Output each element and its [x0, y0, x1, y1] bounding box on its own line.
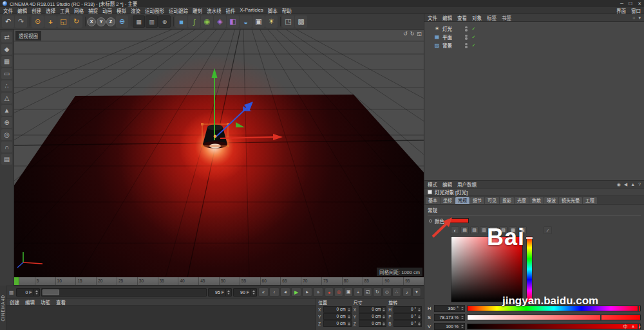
am-menu-item[interactable]: 用户数据 [457, 181, 477, 188]
coordinate-system-icon[interactable]: ⊕ [116, 15, 128, 28]
attribute-tab[interactable]: 常规 [455, 197, 469, 204]
system-tray[interactable]: 中 ∧ ♪ [623, 323, 642, 329]
menubar-item[interactable]: 界面 [616, 7, 626, 14]
enabled-check-icon[interactable]: ✓ [472, 35, 476, 40]
enabled-check-icon[interactable]: ✓ [472, 26, 476, 32]
add-environment-icon[interactable]: ◒ [240, 15, 252, 28]
y-axis-lock-button[interactable]: Y [97, 17, 106, 26]
add-deformer-icon[interactable]: ◧ [227, 15, 239, 28]
attribute-tab[interactable]: 噪波 [544, 197, 558, 204]
coordinate-input[interactable]: 0 cm [323, 306, 352, 313]
object-row-light[interactable]: ☀ 灯光 ✓ [424, 24, 644, 33]
texture-mode-icon[interactable]: ▦ [1, 56, 12, 67]
coordinate-input[interactable]: 0 cm [323, 313, 352, 320]
attribute-tab[interactable]: 光度 [515, 197, 529, 204]
visibility-dots[interactable] [465, 35, 468, 40]
model-mode-icon[interactable]: ◆ [1, 44, 12, 55]
coordinate-input[interactable]: 0 cm [359, 306, 387, 313]
gizmo-center[interactable] [214, 135, 217, 138]
menubar-item[interactable]: 创建 [32, 7, 41, 14]
saturation-value-field[interactable]: 78.173 % [434, 314, 465, 321]
om-menu-item[interactable]: 编辑 [442, 14, 452, 21]
menubar-item[interactable]: 帮助 [282, 7, 292, 14]
play-button[interactable]: ▶ [291, 288, 301, 297]
attribute-tab[interactable]: 细节 [470, 197, 484, 204]
visibility-dots[interactable] [465, 26, 468, 32]
timeline-playhead[interactable] [14, 277, 19, 285]
om-filter-icon[interactable]: ▾ [638, 15, 641, 21]
menubar-item[interactable]: X-Particles [240, 7, 263, 14]
om-menu-item[interactable]: 标签 [487, 14, 497, 21]
add-primitive-icon[interactable]: ■ [175, 15, 187, 28]
om-menu-item[interactable]: 查看 [457, 14, 467, 21]
move-tool-icon[interactable]: + [44, 15, 57, 28]
om-search-icon[interactable]: ○ [632, 15, 635, 21]
display-mode-icon[interactable]: ◳ [282, 15, 294, 28]
material-menu-item[interactable]: 查看 [56, 298, 66, 306]
menubar-item[interactable]: 脚本 [268, 7, 278, 14]
add-camera-icon[interactable]: ▣ [252, 15, 265, 28]
undo-icon[interactable]: ↶ [2, 15, 14, 28]
om-menu-item[interactable]: 文件 [428, 14, 437, 21]
menubar-item[interactable]: 捕捉 [88, 7, 98, 14]
minimize-button[interactable]: ─ [620, 1, 623, 6]
record-scale-button[interactable]: ◱ [363, 288, 372, 297]
color-spectrum-icon[interactable]: ▤ [460, 226, 469, 234]
coordinate-input[interactable]: 0 cm [323, 320, 352, 327]
record-pla-button[interactable]: ∴ [392, 288, 401, 297]
viewport-solo-icon[interactable]: ◎ [1, 129, 12, 140]
object-row-plane[interactable]: ▦ 平面 ✓ [424, 33, 644, 41]
brightness-value-field[interactable]: 100 % [434, 323, 465, 330]
toggle-views-icon[interactable]: ◱ [417, 31, 422, 37]
menubar-item[interactable]: 工具 [60, 7, 70, 14]
timeline-slider-thumb[interactable] [43, 289, 59, 295]
record-parameter-button[interactable]: ◇ [383, 288, 392, 297]
goto-start-button[interactable]: « [258, 288, 269, 297]
menubar-item[interactable]: 插件 [226, 7, 236, 14]
menubar-item[interactable]: 选择 [46, 7, 55, 14]
menubar-item[interactable]: 渲染 [131, 7, 140, 14]
om-menu-item[interactable]: 对象 [472, 14, 482, 21]
record-rotation-button[interactable]: ↻ [373, 288, 382, 297]
record-keyframe-button[interactable]: ● [325, 288, 334, 297]
prev-frame-button[interactable]: ◂ [280, 288, 290, 297]
add-light-icon[interactable]: ☀ [265, 15, 278, 28]
attribute-tab[interactable]: 投影 [500, 197, 514, 204]
current-frame-field[interactable]: 0 F [16, 288, 40, 297]
menubar-item[interactable]: 模拟 [117, 7, 126, 14]
render-picture-viewer-icon[interactable]: ▥ [146, 15, 158, 28]
coordinate-input[interactable]: 0 ° [393, 313, 422, 320]
hue-marker[interactable] [526, 237, 533, 239]
color-from-image-icon[interactable]: ▨ [470, 226, 478, 234]
x-axis-lock-button[interactable]: X [87, 17, 96, 26]
material-menu-item[interactable]: 创建 [10, 298, 19, 306]
add-spline-icon[interactable]: ∫ [188, 15, 200, 28]
coordinate-input[interactable]: 0 cm [359, 320, 387, 327]
rotate-tool-icon[interactable]: ↻ [70, 15, 82, 28]
points-mode-icon[interactable]: ∴ [1, 80, 12, 91]
hue-strip[interactable] [526, 236, 533, 302]
add-mograph-icon[interactable]: ◈ [214, 15, 226, 28]
loop-end-field[interactable]: 90 F [233, 288, 257, 297]
coordinate-input[interactable]: 0 ° [393, 320, 422, 327]
record-position-button[interactable]: + [354, 288, 363, 297]
timeline-slider[interactable] [41, 288, 207, 297]
perspective-viewport[interactable]: 透视视图 网格间距: 1000 cm ↺↻◱ [14, 30, 424, 277]
material-menu-item[interactable]: 编辑 [25, 298, 35, 306]
prev-key-button[interactable]: ‹ [269, 288, 279, 297]
menubar-item[interactable]: 编辑 [17, 7, 27, 14]
redo-view-icon[interactable]: ↻ [410, 31, 415, 37]
attribute-tab[interactable]: 坐标 [440, 197, 455, 204]
undo-view-icon[interactable]: ↺ [403, 31, 408, 37]
close-button[interactable]: ✕ [638, 1, 641, 6]
autokey-button[interactable]: ◎ [334, 288, 343, 297]
z-axis-lock-button[interactable]: Z [106, 17, 115, 26]
object-row-background[interactable]: ▨ 背景 ✓ [424, 41, 644, 50]
viewport-3d-scene[interactable] [14, 30, 424, 277]
visibility-dots[interactable] [465, 43, 468, 48]
live-selection-icon[interactable]: ⊙ [32, 15, 44, 28]
snap-icon[interactable]: ∩ [1, 142, 12, 152]
render-settings-icon[interactable]: ⊛ [158, 15, 171, 28]
attribute-tab[interactable]: 基本 [426, 197, 440, 204]
object-name[interactable]: 背景 [442, 42, 463, 49]
